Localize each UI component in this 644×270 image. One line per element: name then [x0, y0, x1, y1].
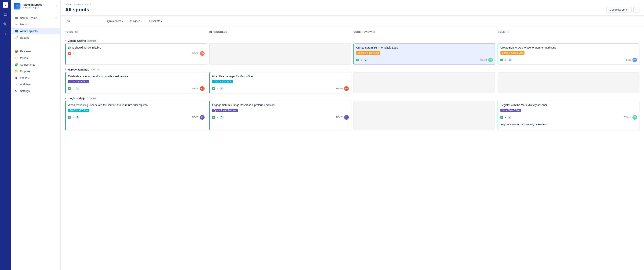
search-rail-icon[interactable]: 🔍: [2, 21, 8, 27]
avatar-tis-15: HJ: [200, 86, 204, 91]
card-meta-tis-37: ✦ ▲ 2: [68, 116, 80, 119]
priority-icon-tis-55: ▲: [72, 52, 74, 55]
avatar-tis-29: PK: [632, 58, 637, 62]
assignee-filter-button[interactable]: Assignee ▾: [127, 18, 144, 24]
search-input[interactable]: [72, 20, 101, 23]
card-title-tis-55: Links should not be in italics: [68, 46, 204, 50]
card-tis-37[interactable]: When requesting user details the service…: [65, 101, 207, 130]
search-box[interactable]: 🔍: [65, 18, 103, 24]
tag-tis-29: Summer Saturn Sale: [500, 51, 524, 55]
card-tis-17[interactable]: Engage Saturn's Rings Resort as a prefer…: [209, 101, 351, 130]
sidebar-item-settings-label: Settings: [20, 90, 30, 93]
assignee-row-harvey[interactable]: ▾ Harvey Jennings 2 issues: [65, 66, 640, 72]
card-right-tis-37: TIS-37 IK: [192, 115, 204, 120]
assignee-section-harvey: ▾ Harvey Jennings 2 issues Establish a c…: [65, 66, 640, 94]
avatar-tis-30: JD: [488, 58, 493, 62]
assignee-toggle-cassie: ▾: [65, 40, 66, 42]
tag-tis-15: Local Mars Office: [68, 80, 89, 83]
badge-tis-17: 3: [220, 116, 224, 119]
assignee-name-iong: iongkowidjaja: [68, 97, 86, 100]
sidebar-item-backlog[interactable]: ≡ Backlog: [10, 21, 60, 28]
priority-icon-tis-30: ▲: [360, 59, 363, 61]
quick-filters-button[interactable]: Quick filters ▾: [105, 18, 125, 24]
sidebar-item-reports[interactable]: 📈 Reports: [10, 34, 60, 41]
card-tis-15[interactable]: Establish a catering vendor to provide m…: [65, 72, 207, 94]
tag-tis-11: Local Mars Office: [500, 109, 521, 112]
story-icon-tis-37: ✦: [68, 116, 71, 119]
story-icon-tis-29: ✦: [500, 59, 503, 61]
scrum-icon: ▦: [14, 16, 18, 20]
complete-sprint-button[interactable]: Complete sprint: [606, 7, 632, 13]
add-rail-icon[interactable]: +: [2, 31, 8, 37]
sidebar-item-active-sprints[interactable]: ▦ Active sprints: [10, 28, 60, 34]
card-tis-11[interactable]: Register with the Mars Ministry of Labor…: [498, 101, 640, 130]
priority-icon-tis-37: ▲: [72, 116, 74, 119]
card-right-tis-30: TIS-30 JD: [480, 58, 493, 62]
card-empty-iong-3: [354, 101, 495, 130]
scrum-chevron-icon: ▾: [56, 17, 57, 19]
card-tis-30[interactable]: Create Saturn Summer Sizzle Logo Summer …: [354, 44, 495, 65]
sidebar-item-releases[interactable]: 📦 Releases: [10, 48, 60, 55]
sidebar-item-scrum[interactable]: ▦ Scrum: Teams i... ▾: [10, 15, 60, 21]
card-title-tis-30: Create Saturn Summer Sizzle Logo: [356, 46, 493, 50]
sidebar-item-add-item[interactable]: + Add item: [10, 81, 60, 88]
card-right-tis-11: TIS-11 JD: [624, 115, 637, 120]
menu-icon[interactable]: ☰: [2, 11, 8, 18]
sidebar-secondary: 📦 Releases ☐ Issues 🧩 Components 📁 Dropb…: [10, 47, 60, 96]
sidebar-item-scrum-label: Scrum: Teams i...: [20, 17, 40, 20]
avatar-tis-37: IK: [200, 115, 204, 120]
card-tis-29[interactable]: Create Banner Ads to use for partner mar…: [498, 44, 640, 65]
card-footer-tis-50: ✦ ▲ 9 TIS-50 HJ: [212, 86, 349, 91]
quick-filters-label: Quick filters: [107, 20, 121, 23]
card-tis-50[interactable]: Hire office manager for Mars office Loca…: [209, 72, 351, 94]
search-icon: 🔍: [67, 20, 70, 23]
sidebar-item-settings[interactable]: ⚙ Settings: [10, 88, 60, 94]
sidebar-nav: ▦ Scrum: Teams i... ▾ ≡ Backlog ▦ Active…: [10, 12, 60, 43]
sidebar-item-releases-label: Releases: [20, 50, 31, 53]
card-tis-55[interactable]: Links should not be in italics ■ ▲ TIS-5…: [65, 44, 207, 65]
topbar-actions: Complete sprint ···: [606, 7, 640, 13]
card-title-tis-50: Hire office manager for Mars office: [212, 75, 349, 79]
quick-filters-chevron-icon: ▾: [122, 20, 123, 22]
filter-bar: 🔍 Quick filters ▾ Assignee ▾ All sprints…: [60, 16, 644, 27]
more-options-button[interactable]: ···: [634, 7, 640, 13]
card-id-tis-17: TIS-17: [336, 116, 343, 119]
tag-tis-17: Space Travel Partners: [212, 109, 238, 112]
project-header[interactable]: T Teams in Space Software project ▾: [10, 0, 60, 12]
card-meta-tis-17: ✦ ▲ 3: [212, 116, 224, 119]
card-title-tis-37: When requesting user details the service…: [68, 103, 204, 107]
card-footer-tis-55: ■ ▲ TIS-55 CO: [68, 51, 204, 56]
sidebar-item-dropbox[interactable]: 📁 Dropbox: [10, 68, 60, 75]
project-chevron-icon[interactable]: ▾: [56, 5, 58, 8]
priority-icon-tis-11: ▲: [504, 116, 507, 119]
badge-tis-30: 2: [364, 58, 368, 62]
assignee-row-cassie[interactable]: ▾ Cassie Owens 3 issues: [65, 37, 640, 44]
page-title-row: All sprints Complete sprint ···: [65, 7, 640, 15]
avatar-tis-55: CO: [200, 51, 204, 56]
project-info: Teams in Space Software project: [22, 3, 54, 9]
dropbox-icon: 📁: [14, 69, 18, 73]
story-icon-tis-17: ✦: [212, 116, 215, 119]
card-empty-cassie-2: [209, 44, 351, 65]
card-meta-tis-50: ✦ ▲ 9: [212, 87, 224, 90]
sidebar-item-issues[interactable]: ☐ Issues: [10, 55, 60, 61]
avatar-tis-50: HJ: [344, 86, 349, 91]
releases-icon: 📦: [14, 50, 18, 53]
tag-tis-50: Local Mars Office: [212, 80, 233, 83]
project-name: Teams in Space: [22, 3, 54, 6]
app-logo[interactable]: ♦: [3, 2, 8, 8]
sidebar-item-components-label: Components: [20, 63, 35, 66]
all-sprints-button[interactable]: All sprints ▾: [146, 18, 164, 24]
card-footer-tis-30: ✦ ▲ 2 TIS-30 JD: [356, 58, 493, 62]
sidebar-item-add-item-label: Add item: [20, 83, 30, 86]
sidebar: T Teams in Space Software project ▾ ▦ Sc…: [10, 0, 60, 270]
priority-icon-tis-15: ▲: [72, 87, 74, 90]
sidebar-item-components[interactable]: 🧩 Components: [10, 61, 60, 68]
assignee-row-iong[interactable]: ▾ iongkowidjaja 4 issues: [65, 95, 640, 101]
card-title-tis-29: Create Banner Ads to use for partner mar…: [500, 46, 637, 50]
icon-rail: ♦ ☰ 🔍 +: [0, 0, 10, 270]
card-id-tis-29: TIS-29: [624, 59, 631, 61]
settings-icon: ⚙: [14, 89, 18, 93]
card-right-tis-55: TIS-55 CO: [192, 51, 204, 56]
sidebar-item-apollo-ui[interactable]: ◉ apollo-ui: [10, 75, 60, 81]
